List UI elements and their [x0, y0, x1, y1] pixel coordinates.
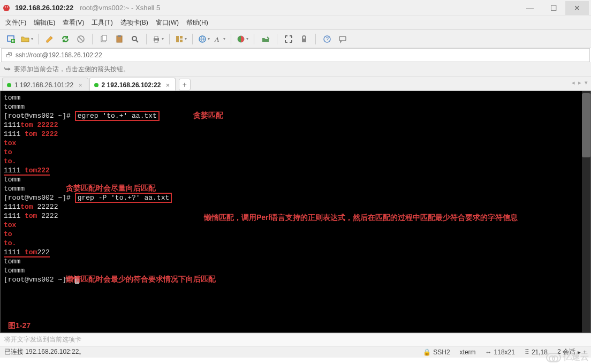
watermark-text: 亿速云 [563, 352, 589, 363]
resize-icon: ↔ [486, 348, 492, 356]
input-placeholder: 将开文字发送到当前选项卡 [4, 335, 81, 344]
hint-text: 要添加当前会话，点击左侧的箭头按钮。 [14, 65, 130, 74]
help-button[interactable]: ? [320, 32, 334, 46]
menu-window[interactable]: 窗口(W) [156, 18, 179, 27]
term-line: 1111 tom 2222 [4, 130, 587, 139]
fullscreen-button[interactable] [282, 32, 296, 46]
search-button[interactable] [128, 32, 142, 46]
menu-edit[interactable]: 编辑(E) [34, 18, 55, 27]
annotation-greedy-desc: 贪婪匹配时会尽量向后匹配 [66, 184, 156, 193]
print-button[interactable] [151, 32, 165, 46]
term-line: to. [4, 239, 587, 248]
add-session-arrow-icon[interactable]: ⮩ [4, 66, 11, 73]
minimize-button[interactable]: — [518, 1, 542, 15]
term-line: tomm [4, 257, 587, 266]
close-button[interactable]: ✕ [565, 1, 589, 15]
status-dot-icon [7, 83, 11, 87]
menu-file[interactable]: 文件(F) [5, 18, 26, 27]
status-protocol: 🔒SSH2 [423, 348, 450, 356]
menubar: 文件(F) 编辑(E) 查看(V) 工具(T) 选项卡(B) 窗口(W) 帮助(… [0, 16, 591, 30]
annotation-lazy: 懒惰匹配，调用Perl语言支持的正则表达式，然后在匹配的过程中匹配最少符合要求的… [204, 211, 518, 224]
paste-button[interactable] [112, 32, 126, 46]
xshell-app-icon [2, 4, 11, 12]
lock-screen-button[interactable] [297, 32, 311, 46]
svg-point-10 [132, 36, 137, 41]
xftp-button[interactable] [259, 32, 272, 46]
svg-point-1 [5, 6, 6, 7]
window-title-sub: root@vms002:~ - Xshell 5 [80, 4, 160, 12]
tab-session-2[interactable]: 2 192.168.26.102:22 × [89, 78, 176, 90]
font-button[interactable]: A [213, 32, 226, 46]
tab-session-1[interactable]: 1 192.168.26.101:22 × [2, 78, 88, 90]
window-title-main: 192.168.26.102:22 [15, 4, 73, 12]
svg-rect-9 [118, 35, 121, 37]
svg-text:?: ? [326, 36, 329, 42]
color-button[interactable] [236, 32, 249, 46]
terminal-scrollbar[interactable] [582, 91, 590, 332]
hint-bar: ⮩ 要添加当前会话，点击左侧的箭头按钮。 [0, 62, 591, 77]
chat-button[interactable] [336, 32, 350, 46]
svg-rect-23 [339, 36, 346, 41]
layout-button[interactable] [174, 32, 188, 46]
svg-rect-15 [180, 36, 183, 39]
term-line: tox [4, 139, 587, 148]
tab-2-close-icon[interactable]: × [166, 82, 169, 88]
terminal[interactable]: tomm tommm [root@vms002 ~]# egrep 'to.+'… [0, 91, 591, 333]
term-line: to [4, 148, 587, 157]
ssh-lock-icon: 🗗 [6, 51, 12, 59]
term-line: 1111tom 22222 [4, 120, 587, 130]
term-line: [root@vms002 ~]# grep -P 'to.+?' aa.txt [4, 193, 587, 202]
menu-tabs[interactable]: 选项卡(B) [120, 18, 148, 27]
svg-rect-12 [155, 36, 158, 39]
figure-label: 图1-27 [8, 321, 31, 330]
address-url: ssh://root@192.168.26.102:22 [16, 51, 102, 59]
tab-strip: 1 192.168.26.101:22 × 2 192.168.26.102:2… [0, 77, 591, 91]
term-line: tommm [4, 102, 587, 111]
term-line: 1111tom 22222 [4, 202, 587, 211]
send-input-bar[interactable]: 将开文字发送到当前选项卡 [0, 333, 591, 346]
status-terminal-type: xterm [460, 348, 476, 356]
open-session-button[interactable] [20, 32, 34, 46]
term-line: 1111 tom222 [4, 166, 587, 175]
toolbar: A ? [0, 30, 591, 48]
svg-rect-13 [155, 40, 158, 42]
menu-help[interactable]: 帮助(H) [186, 18, 208, 27]
term-line: [root@vms002 ~]# egrep 'to.+' aa.txt [4, 111, 587, 120]
svg-rect-20 [302, 39, 306, 42]
term-line: to [4, 230, 587, 239]
tab-2-label: 2 192.168.26.102:22 [102, 81, 161, 89]
svg-rect-14 [176, 36, 179, 42]
watermark-icon [546, 353, 561, 362]
disconnect-button[interactable] [74, 32, 88, 46]
annotation-lazy-desc: 懒惰匹配时会最少的符合要求情况下向后匹配 [66, 275, 216, 284]
maximize-button[interactable]: ☐ [542, 1, 565, 15]
term-line: tommm [4, 266, 587, 275]
svg-rect-7 [102, 35, 107, 41]
edit-button[interactable] [43, 32, 57, 46]
watermark: 亿速云 [546, 352, 589, 363]
new-session-button[interactable] [4, 32, 18, 46]
add-tab-button[interactable]: + [179, 79, 191, 90]
svg-rect-16 [180, 40, 183, 42]
address-bar[interactable]: 🗗 ssh://root@192.168.26.102:22 [1, 48, 590, 62]
svg-point-0 [3, 5, 10, 11]
lock-icon: 🔒 [423, 348, 431, 356]
status-cursor: ⠿21,18 [525, 348, 548, 356]
term-line: tomm [4, 175, 587, 184]
status-bar: 已连接 192.168.26.102:22。 🔒SSH2 xterm ↔118x… [0, 346, 591, 358]
tab-1-close-icon[interactable]: × [79, 82, 82, 88]
titlebar: 192.168.26.102:22 root@vms002:~ - Xshell… [0, 0, 591, 16]
reconnect-button[interactable] [58, 32, 72, 46]
copy-button[interactable] [97, 32, 111, 46]
menu-view[interactable]: 查看(V) [63, 18, 84, 27]
annotation-greedy: 贪婪匹配 [193, 111, 223, 120]
svg-point-2 [7, 6, 8, 7]
encoding-button[interactable] [197, 32, 211, 46]
tab-1-label: 1 192.168.26.101:22 [14, 81, 73, 89]
status-dot-icon [94, 83, 98, 87]
status-connection: 已连接 192.168.26.102:22。 [4, 347, 85, 357]
menu-tools[interactable]: 工具(T) [92, 18, 112, 27]
tab-nav-arrows[interactable]: ◂▸▾ [572, 79, 588, 86]
svg-text:A: A [214, 35, 219, 43]
term-line: 1111 tom222 [4, 248, 587, 257]
